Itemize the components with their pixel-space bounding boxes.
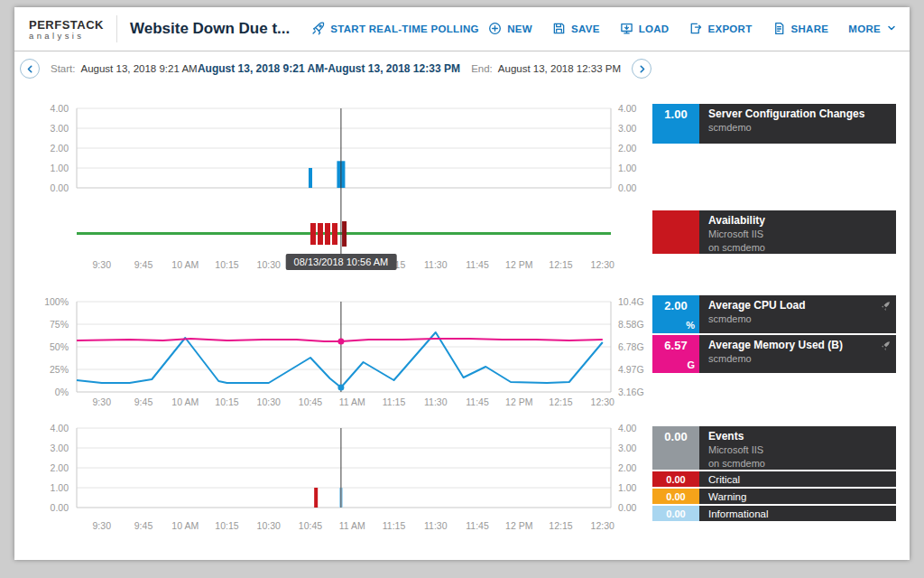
legend-unit: G	[687, 359, 695, 370]
header-divider	[116, 15, 117, 42]
polling-rocket-icon	[880, 339, 891, 355]
legend-value-box: 6.57 G	[652, 335, 699, 373]
svg-text:10 AM: 10 AM	[171, 520, 199, 531]
time-back-button[interactable]	[20, 59, 40, 79]
svg-text:9:45: 9:45	[134, 520, 153, 531]
svg-text:3.00: 3.00	[618, 123, 637, 134]
time-forward-button[interactable]	[632, 59, 651, 79]
legend-subtitle2: on scmdemo	[708, 242, 889, 255]
svg-text:25%: 25%	[50, 364, 69, 375]
svg-text:3.00: 3.00	[51, 123, 69, 134]
svg-text:100%: 100%	[44, 296, 69, 307]
legend-unit: %	[686, 320, 695, 331]
start-value[interactable]: August 13, 2018 9:21 AM	[80, 63, 197, 74]
svg-text:11:30: 11:30	[424, 259, 448, 270]
svg-text:12:30: 12:30	[591, 259, 614, 270]
chart-cpu-and-memory[interactable]: 100%75%50%25%0%10.4G8.58G6.78G4.97G3.16G…	[14, 295, 651, 411]
svg-text:4.00: 4.00	[51, 423, 69, 434]
legend-value: 2.00	[664, 299, 687, 312]
legend-info: Events Microsoft IIS on scmdemo	[699, 426, 896, 470]
svg-text:4.00: 4.00	[51, 103, 69, 114]
legend-average-cpu-load[interactable]: 2.00 % Average CPU Load scmdemo	[652, 295, 896, 333]
svg-text:11:45: 11:45	[466, 396, 489, 407]
svg-text:0%: 0%	[55, 387, 69, 397]
svg-text:1.00: 1.00	[51, 163, 69, 173]
svg-text:3.00: 3.00	[618, 443, 637, 453]
load-icon	[620, 22, 633, 37]
svg-text:0.00: 0.00	[618, 182, 637, 193]
app-logo: PERFSTACK analysis	[29, 17, 104, 42]
events-row-critical[interactable]: 0.00 Critical	[652, 471, 896, 487]
svg-text:11:45: 11:45	[466, 520, 489, 531]
informational-label: Informational	[699, 506, 896, 521]
svg-text:12:30: 12:30	[591, 396, 614, 407]
legend-title: Server Configuration Changes	[708, 107, 889, 121]
start-realtime-polling-button[interactable]: START REAL-TIME POLLING	[311, 22, 478, 37]
legend-subtitle: Microsoft IIS	[708, 444, 889, 457]
cursor-tooltip: 08/13/2018 10:56 AM	[286, 254, 397, 270]
rocket-icon	[311, 22, 325, 37]
chart-events[interactable]: 4.003.002.001.000.004.003.002.001.000.00…	[14, 421, 651, 538]
page-title[interactable]: Website Down Due t...	[130, 20, 290, 38]
legend-title: Availability	[708, 214, 889, 228]
legend-subtitle2: on scmdemo	[708, 458, 889, 471]
svg-text:0.00: 0.00	[51, 502, 69, 513]
svg-text:10.4G: 10.4G	[618, 296, 644, 307]
legend-value-box: 1.00	[652, 104, 699, 144]
new-button[interactable]: NEW	[488, 22, 532, 37]
events-severity-rows: 0.00 Critical 0.00 Warning 0.00 Informat…	[652, 471, 896, 523]
legend-title: Events	[708, 430, 889, 443]
end-value[interactable]: August 13, 2018 12:33 PM	[498, 63, 621, 74]
svg-text:9:30: 9:30	[93, 259, 112, 270]
svg-text:12 PM: 12 PM	[505, 259, 532, 270]
legend-info: Average Memory Used (B) scmdemo	[699, 335, 896, 373]
svg-text:2.00: 2.00	[51, 143, 69, 154]
time-range-value[interactable]: August 13, 2018 9:21 AM-August 13, 2018 …	[198, 62, 461, 75]
legend-server-configuration-changes[interactable]: 1.00 Server Configuration Changes scmdem…	[652, 104, 896, 144]
end-label: End:	[471, 63, 493, 74]
svg-text:10:30: 10:30	[257, 396, 281, 407]
svg-text:11:45: 11:45	[466, 259, 489, 270]
legend-events[interactable]: 0.00 Events Microsoft IIS on scmdemo	[652, 426, 896, 470]
plus-circle-icon	[488, 22, 502, 37]
perfstack-app: PERFSTACK analysis Website Down Due t...…	[14, 7, 910, 560]
svg-text:3.00: 3.00	[51, 443, 69, 453]
svg-text:1.00: 1.00	[51, 482, 69, 493]
svg-text:9:45: 9:45	[134, 259, 153, 270]
svg-text:6.78G: 6.78G	[618, 341, 644, 352]
legend-value: 1.00	[664, 107, 687, 121]
svg-text:12 PM: 12 PM	[505, 520, 532, 531]
svg-text:11 AM: 11 AM	[339, 520, 365, 531]
legend-value-box: 0.00	[652, 426, 699, 470]
events-row-informational[interactable]: 0.00 Informational	[652, 506, 896, 521]
svg-text:12:15: 12:15	[549, 396, 572, 407]
time-range-bar: Start: August 13, 2018 9:21 AM August 13…	[14, 51, 657, 86]
svg-text:10:15: 10:15	[215, 396, 238, 407]
legend-availability[interactable]: Availability Microsoft IIS on scmdemo	[652, 210, 896, 254]
svg-text:12 PM: 12 PM	[505, 396, 532, 407]
save-icon	[552, 22, 566, 37]
start-realtime-polling-label: START REAL-TIME POLLING	[330, 23, 478, 34]
svg-text:2.00: 2.00	[618, 462, 637, 473]
svg-text:1.00: 1.00	[618, 163, 637, 173]
logo-perfstack: PERFSTACK	[29, 18, 104, 32]
svg-text:1.00: 1.00	[618, 482, 637, 493]
save-button[interactable]: SAVE	[552, 22, 600, 37]
legend-subtitle: scmdemo	[708, 353, 889, 366]
logo-analysis: analysis	[29, 32, 104, 41]
svg-text:12:15: 12:15	[549, 520, 572, 531]
svg-text:75%: 75%	[50, 319, 69, 330]
svg-text:12:30: 12:30	[591, 520, 614, 531]
legend-subtitle: Microsoft IIS	[708, 228, 889, 241]
svg-text:0.00: 0.00	[618, 502, 637, 513]
svg-text:50%: 50%	[50, 341, 69, 352]
legend-info: Availability Microsoft IIS on scmdemo	[699, 210, 896, 254]
svg-text:2.00: 2.00	[618, 143, 637, 154]
svg-text:10:30: 10:30	[257, 259, 281, 270]
new-label: NEW	[507, 23, 532, 34]
legend-value: 6.57	[664, 339, 687, 352]
events-row-warning[interactable]: 0.00 Warning	[652, 489, 896, 504]
svg-text:12:15: 12:15	[549, 259, 572, 270]
legend-average-memory-used[interactable]: 6.57 G Average Memory Used (B) scmdemo	[652, 335, 896, 373]
svg-text:3.16G: 3.16G	[618, 387, 644, 397]
